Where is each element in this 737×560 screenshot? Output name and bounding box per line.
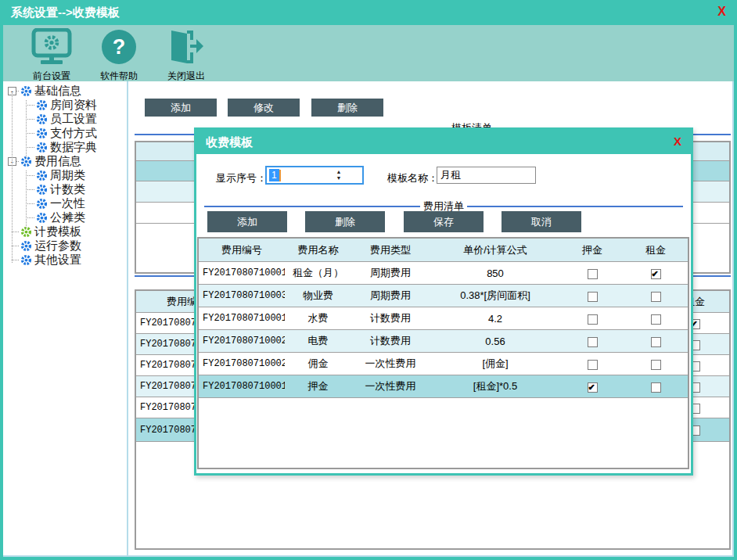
gear-icon xyxy=(20,239,32,252)
fee-name-cell: 押金 xyxy=(285,379,351,393)
dialog-save-button[interactable]: 保存 xyxy=(404,211,484,232)
dialog-close-icon[interactable]: X xyxy=(674,130,681,153)
fee-name-cell: 电费 xyxy=(285,334,351,348)
fee-table-row[interactable]: FY2017080710002 电费 计数费用 0.56 xyxy=(199,330,688,353)
tree-connector-line xyxy=(16,161,19,162)
fee-code-cell: FY2017080710002 xyxy=(199,358,285,369)
fee-name-cell: 水费 xyxy=(285,311,351,325)
fee-formula-cell: 850 xyxy=(430,267,561,279)
toolbar-help-button[interactable]: ? 软件帮助 xyxy=(94,28,144,83)
sidebar-item-label: 公摊类 xyxy=(50,210,85,225)
fee-name-cell: 佣金 xyxy=(285,357,351,371)
sidebar-item-房间资料[interactable]: 房间资料 xyxy=(3,98,127,112)
gear-icon xyxy=(35,127,48,139)
sidebar-item-运行参数[interactable]: 运行参数 xyxy=(3,239,127,253)
deposit-checkbox[interactable] xyxy=(588,337,598,347)
tree-connector-line xyxy=(26,217,34,218)
gear-icon xyxy=(35,99,48,111)
tree-connector-line xyxy=(26,133,34,134)
gear-icon xyxy=(35,113,48,125)
toolbar-front-settings-button[interactable]: 前台设置 xyxy=(27,28,77,83)
deposit-checkbox[interactable] xyxy=(588,360,598,370)
rent-checkbox[interactable] xyxy=(651,269,661,279)
sidebar-item-其他设置[interactable]: 其他设置 xyxy=(3,253,127,267)
edit-template-button[interactable]: 修改 xyxy=(228,99,300,117)
sidebar-item-公摊类[interactable]: 公摊类 xyxy=(3,210,127,224)
rent-checkbox[interactable] xyxy=(651,314,661,325)
column-header: 费用名称 xyxy=(285,243,351,257)
fee-type-cell: 周期费用 xyxy=(351,266,430,280)
fee-name-cell: 物业费 xyxy=(285,289,351,303)
spinner-down-icon[interactable] xyxy=(334,175,343,181)
tree-connector-line xyxy=(12,232,19,232)
gear-icon xyxy=(20,253,32,266)
dialog-add-button[interactable]: 添加 xyxy=(207,211,287,232)
sidebar-item-label: 房间资料 xyxy=(50,98,97,113)
fee-table-row[interactable]: FY2017080710001 水费 计数费用 4.2 xyxy=(199,307,688,330)
window-title: 系统设置-->收费模板 xyxy=(11,5,120,19)
sidebar-item-一次性[interactable]: 一次性 xyxy=(3,196,127,210)
app-window: 系统设置-->收费模板 X 前台设置 xyxy=(0,0,737,560)
sidebar-item-label: 数据字典 xyxy=(50,140,97,155)
sidebar-item-计数类[interactable]: 计数类 xyxy=(3,182,127,196)
fee-code-cell: FY2017080710001 xyxy=(199,381,285,392)
fee-code-cell: FY2017080710001 xyxy=(199,313,285,324)
rent-checkbox[interactable] xyxy=(651,292,661,302)
tree-connector-line xyxy=(26,189,34,190)
template-name-label: 模板名称： xyxy=(387,171,438,185)
deposit-checkbox[interactable] xyxy=(588,314,598,325)
deposit-checkbox[interactable] xyxy=(588,382,598,393)
deposit-checkbox[interactable] xyxy=(588,292,598,302)
sidebar-item-label: 一次性 xyxy=(50,196,85,211)
fee-table-row[interactable]: FY2017080710002 佣金 一次性费用 [佣金] xyxy=(199,353,688,375)
rent-checkbox[interactable] xyxy=(651,382,661,393)
window-close-icon[interactable]: X xyxy=(717,0,726,23)
dialog-fee-table-rows: FY2017080710001 租金（月） 周期费用 850 FY2017080… xyxy=(199,262,688,398)
tree-connector-line xyxy=(12,93,13,263)
sidebar-item-数据字典[interactable]: 数据字典 xyxy=(3,140,127,154)
template-name-input[interactable] xyxy=(437,167,536,184)
fee-name-cell: 租金（月） xyxy=(285,266,351,280)
dialog-delete-button[interactable]: 删除 xyxy=(305,211,385,232)
gear-icon xyxy=(35,141,48,153)
tree-connector-line xyxy=(26,203,34,204)
sidebar-item-周期类[interactable]: 周期类 xyxy=(3,168,127,182)
sidebar-item-label: 其他设置 xyxy=(34,253,81,267)
spinner-up-icon[interactable] xyxy=(334,169,343,175)
column-header: 费用编号 xyxy=(199,243,285,257)
door-exit-icon xyxy=(165,28,207,69)
display-seq-spinner[interactable]: 1 xyxy=(265,166,364,185)
sidebar-item-计费模板[interactable]: 计费模板 xyxy=(3,224,127,239)
fee-type-cell: 计数费用 xyxy=(351,311,430,325)
fee-type-cell: 一次性费用 xyxy=(351,379,430,393)
fee-type-cell: 周期费用 xyxy=(351,289,430,303)
sidebar-item-基础信息[interactable]: -基础信息 xyxy=(3,84,127,98)
column-header: 单价/计算公式 xyxy=(430,243,561,257)
sidebar-item-员工设置[interactable]: 员工设置 xyxy=(3,112,127,126)
monitor-gear-icon xyxy=(31,28,73,69)
add-template-button[interactable]: 添加 xyxy=(145,99,217,117)
title-bar: 系统设置-->收费模板 X xyxy=(3,0,734,25)
sidebar-item-label: 运行参数 xyxy=(34,239,81,253)
toolbar-exit-button[interactable]: 关闭退出 xyxy=(161,28,211,83)
rent-checkbox[interactable] xyxy=(651,337,661,347)
fee-formula-cell: 4.2 xyxy=(430,313,561,325)
sidebar-item-费用信息[interactable]: -费用信息 xyxy=(3,154,127,168)
sidebar-item-label: 基础信息 xyxy=(34,84,81,99)
delete-template-button[interactable]: 删除 xyxy=(311,99,383,117)
sidebar-item-支付方式[interactable]: 支付方式 xyxy=(3,126,127,140)
toolbar: 前台设置 ? 软件帮助 关闭退出 xyxy=(3,25,734,81)
rent-checkbox[interactable] xyxy=(651,360,661,370)
fee-table-row[interactable]: FY2017080710001 租金（月） 周期费用 850 xyxy=(199,262,688,285)
dialog-cancel-button[interactable]: 取消 xyxy=(502,211,581,232)
fee-table-row[interactable]: FY2017080710001 押金 一次性费用 [租金]*0.5 xyxy=(199,375,688,398)
question-circle-icon: ? xyxy=(100,28,138,69)
column-header: 费用类型 xyxy=(351,243,430,257)
tree-connector-line xyxy=(26,175,34,176)
dialog-title-bar: 收费模板 X xyxy=(196,130,691,154)
fee-code-cell: FY2017080710002 xyxy=(199,336,285,346)
deposit-checkbox[interactable] xyxy=(588,269,598,279)
tree-connector-line xyxy=(12,260,19,260)
fee-table-row[interactable]: FY2017080710003 物业费 周期费用 0.38*[房间面积] xyxy=(199,285,688,307)
fee-formula-cell: [佣金] xyxy=(430,357,561,371)
